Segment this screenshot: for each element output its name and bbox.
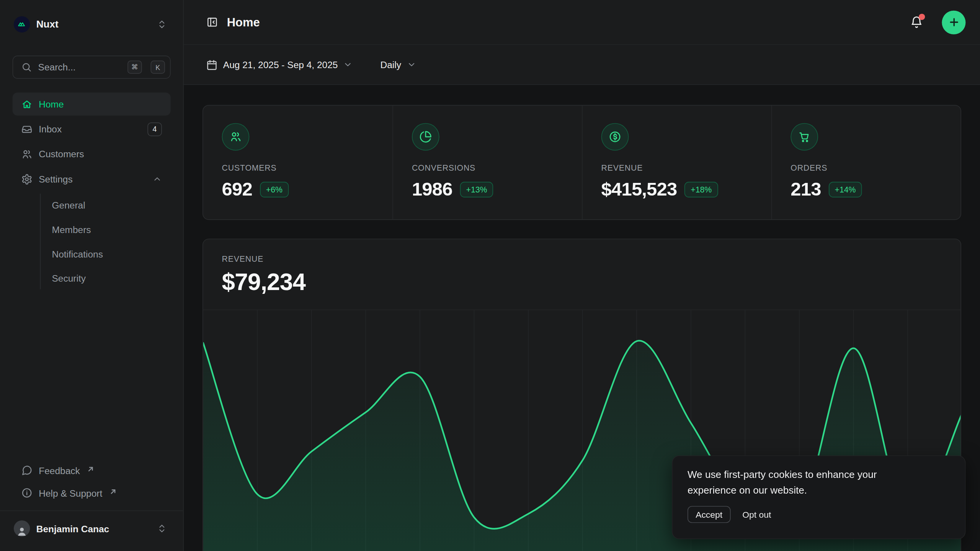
gear-icon <box>21 173 33 184</box>
notification-dot <box>919 13 925 20</box>
sidebar-item-label: Home <box>39 99 162 109</box>
stat-value: $415,523 <box>601 179 677 200</box>
sidebar-item-help-support[interactable]: Help & Support <box>13 482 171 504</box>
stat-delta-badge: +14% <box>828 181 862 197</box>
sidebar-item-label: Members <box>52 224 91 235</box>
plus-icon <box>948 16 960 28</box>
search-icon <box>21 62 32 73</box>
search-placeholder: Search... <box>38 62 121 73</box>
stat-label: REVENUE <box>601 163 753 172</box>
sidebar-item-general[interactable]: General <box>41 194 171 216</box>
stat-value: 213 <box>791 179 821 200</box>
chat-bubble-icon <box>21 465 33 476</box>
stat-label: CUSTOMERS <box>222 163 374 172</box>
external-link-icon <box>87 463 93 474</box>
stat-value: 692 <box>222 179 252 200</box>
sidebar-nav: Home Inbox 4 Customers Settings <box>13 93 171 291</box>
pie-chart-icon <box>412 123 439 151</box>
sidebar-item-customers[interactable]: Customers <box>13 142 171 165</box>
sidebar-item-inbox[interactable]: Inbox 4 <box>13 117 171 140</box>
inbox-count-badge: 4 <box>147 122 162 136</box>
cookie-actions: Accept Opt out <box>688 506 950 523</box>
revenue-chart-header: REVENUE $79,234 <box>203 239 961 295</box>
workspace-switcher[interactable]: Nuxt <box>13 13 171 36</box>
user-menu[interactable]: Benjamin Canac <box>13 511 171 546</box>
sidebar-item-label: Inbox <box>39 124 141 134</box>
stat-delta-badge: +18% <box>684 181 718 197</box>
page-title: Home <box>227 15 900 29</box>
kbd-k: K <box>150 60 165 73</box>
filters-toolbar: Aug 21, 2025 - Sep 4, 2025 Daily <box>184 45 980 85</box>
sidebar: Nuxt Search... ⌘ K Home <box>0 0 184 551</box>
avatar <box>14 520 30 536</box>
chevrons-up-down-icon <box>157 523 167 533</box>
stat-delta-badge: +13% <box>460 181 493 197</box>
sidebar-item-label: Customers <box>39 149 162 160</box>
home-icon <box>21 98 33 109</box>
chevron-down-icon[interactable] <box>343 60 353 69</box>
add-button[interactable] <box>942 10 965 34</box>
chevron-down-icon[interactable] <box>407 60 416 69</box>
search-input[interactable]: Search... ⌘ K <box>13 55 171 78</box>
nuxt-logo-icon <box>14 16 30 32</box>
cookie-banner: We use first-party cookies to enhance yo… <box>672 455 965 539</box>
sidebar-item-home[interactable]: Home <box>13 93 171 116</box>
revenue-chart-label: REVENUE <box>222 254 942 263</box>
sidebar-item-label: Security <box>52 273 86 284</box>
stat-label: CONVERSIONS <box>412 163 563 172</box>
sidebar-item-security[interactable]: Security <box>41 267 171 289</box>
stat-conversions[interactable]: CONVERSIONS 1986 +13% <box>392 106 582 219</box>
kbd-meta: ⌘ <box>127 60 142 73</box>
sidebar-item-label: Settings <box>39 174 146 184</box>
inbox-icon <box>21 123 33 134</box>
sidebar-item-label: Feedback <box>39 465 80 476</box>
page-header: Home <box>184 0 980 45</box>
stat-label: ORDERS <box>791 163 942 172</box>
info-circle-icon <box>21 487 33 498</box>
cart-icon <box>791 123 818 151</box>
accept-button[interactable]: Accept <box>688 506 730 523</box>
chevron-up-icon <box>152 174 162 184</box>
sidebar-item-notifications[interactable]: Notifications <box>41 242 171 265</box>
date-range-picker[interactable]: Aug 21, 2025 - Sep 4, 2025 <box>223 59 338 70</box>
sidebar-item-label: Help & Support <box>39 487 102 498</box>
external-link-icon <box>110 486 116 497</box>
users-icon <box>222 123 250 151</box>
sidebar-item-label: Notifications <box>52 248 103 259</box>
cookie-message: We use first-party cookies to enhance yo… <box>688 467 919 498</box>
sidebar-item-label: General <box>52 200 85 210</box>
user-name: Benjamin Canac <box>36 523 151 534</box>
app-window: Nuxt Search... ⌘ K Home <box>0 0 980 551</box>
stat-value: 1986 <box>412 179 452 200</box>
notifications-button[interactable] <box>908 14 924 30</box>
stat-customers[interactable]: CUSTOMERS 692 +6% <box>203 106 393 219</box>
collapse-sidebar-icon[interactable] <box>206 16 218 28</box>
stat-revenue[interactable]: REVENUE $415,523 +18% <box>582 106 771 219</box>
workspace-name: Nuxt <box>36 19 151 30</box>
stat-delta-badge: +6% <box>260 181 289 197</box>
opt-out-button[interactable]: Opt out <box>742 509 771 519</box>
dollar-circle-icon <box>601 123 629 151</box>
stat-orders[interactable]: ORDERS 213 +14% <box>771 106 961 219</box>
settings-subnav: General Members Notifications Security <box>40 194 170 289</box>
calendar-icon <box>206 59 217 70</box>
revenue-chart-value: $79,234 <box>222 269 942 295</box>
sidebar-item-settings[interactable]: Settings <box>13 168 171 191</box>
period-select[interactable]: Daily <box>380 59 401 70</box>
chevrons-up-down-icon <box>157 20 167 29</box>
stats-summary-card: CUSTOMERS 692 +6% CONVERSIONS 1986 +13% <box>203 105 961 220</box>
sidebar-spacer <box>13 290 171 459</box>
sidebar-item-feedback[interactable]: Feedback <box>13 459 171 482</box>
sidebar-item-members[interactable]: Members <box>41 218 171 241</box>
users-icon <box>21 148 33 160</box>
